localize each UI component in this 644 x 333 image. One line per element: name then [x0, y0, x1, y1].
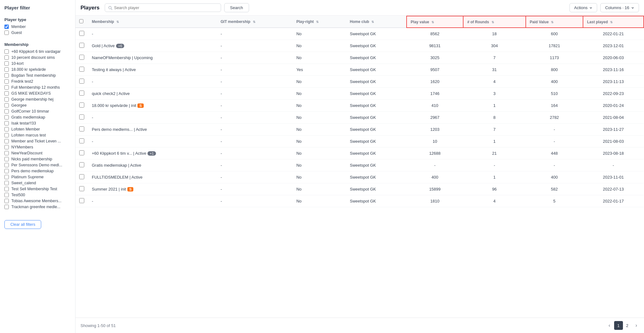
membership-checkbox[interactable] [4, 91, 9, 96]
membership-checkbox[interactable] [4, 157, 9, 161]
membership-item[interactable]: Test500 [4, 193, 71, 197]
membership-checkbox[interactable] [4, 97, 9, 102]
membership-item[interactable]: Full Membership 12 months [4, 85, 71, 90]
row-checkbox[interactable] [79, 114, 84, 119]
cell-paid-value: 2782 [526, 112, 583, 124]
next-page-button[interactable]: › [634, 322, 639, 329]
player-type-heading: Player type [4, 17, 71, 22]
columns-button[interactable]: Columns · 16 [600, 3, 639, 12]
column-header-paid_value[interactable]: Paid Value ⇅ [526, 16, 583, 28]
row-checkbox[interactable] [79, 55, 84, 60]
membership-checkbox[interactable] [4, 181, 9, 185]
membership-checkbox[interactable] [4, 55, 9, 60]
membership-item[interactable]: Sweet_calend [4, 181, 71, 185]
row-checkbox[interactable] [79, 150, 84, 155]
membership-item[interactable]: GolfCorner 10 timmar [4, 109, 71, 114]
player-type-checkbox[interactable] [4, 25, 9, 29]
membership-checkbox[interactable] [4, 85, 9, 90]
row-checkbox[interactable] [79, 186, 84, 191]
membership-item[interactable]: Fredrik test2 [4, 79, 71, 84]
membership-checkbox[interactable] [4, 151, 9, 155]
player-type-item[interactable]: Member [4, 25, 71, 29]
column-header-membership[interactable]: Membership ⇅ [88, 16, 217, 28]
membership-item[interactable]: Gratis medlemskap [4, 115, 71, 119]
page-number-2[interactable]: 2 [623, 321, 632, 330]
membership-item[interactable]: George membership hej [4, 97, 71, 102]
membership-item[interactable]: GS MIKE WEEKDAYS [4, 91, 71, 96]
membership-item[interactable]: Trackman greenfee medle... [4, 205, 71, 209]
row-checkbox[interactable] [79, 67, 84, 72]
membership-item[interactable]: Lofoten marcus test [4, 133, 71, 137]
membership-checkbox[interactable] [4, 73, 9, 78]
page-number-1[interactable]: 1 [614, 321, 623, 330]
clear-filters-button[interactable]: Clear all filters [4, 220, 41, 229]
search-input[interactable] [114, 5, 218, 10]
membership-checkbox[interactable] [4, 67, 9, 72]
column-header-home_club[interactable]: Home club ⇅ [346, 16, 407, 28]
membership-item[interactable]: Member and Ticket Leven ... [4, 139, 71, 143]
cell-last-played: 2020-01-24 [583, 100, 644, 112]
membership-item[interactable]: 18.000 kr spelvärde [4, 67, 71, 72]
sort-icon: ⇅ [431, 20, 434, 24]
membership-checkbox[interactable] [4, 139, 9, 143]
membership-checkbox[interactable] [4, 49, 9, 54]
sort-icon: ⇅ [551, 20, 553, 24]
membership-checkbox[interactable] [4, 79, 9, 84]
column-header-play_value[interactable]: Play value ⇅ [407, 16, 463, 28]
row-checkbox[interactable] [79, 79, 84, 84]
membership-checkbox[interactable] [4, 103, 9, 108]
membership-label: Pers demo medlemskap [11, 169, 54, 173]
row-checkbox[interactable] [79, 31, 84, 36]
row-checkbox[interactable] [79, 174, 84, 179]
membership-item[interactable]: Platinum Supreme [4, 175, 71, 179]
membership-item[interactable]: Nicks paid membership [4, 157, 71, 161]
prev-page-button[interactable]: ‹ [607, 322, 612, 329]
row-checkbox[interactable] [79, 103, 84, 108]
membership-checkbox[interactable] [4, 193, 9, 197]
membership-checkbox[interactable] [4, 127, 9, 131]
membership-checkbox[interactable] [4, 163, 9, 167]
membership-checkbox[interactable] [4, 175, 9, 179]
membership-item[interactable]: Bogdan Test membership [4, 73, 71, 78]
column-header-play_right[interactable]: Play-right ⇅ [292, 16, 346, 28]
membership-item[interactable]: +60 Klippkort 6 tim vardagar [4, 49, 71, 54]
membership-item[interactable]: NYMembers [4, 145, 71, 149]
membership-checkbox[interactable] [4, 205, 9, 209]
membership-item[interactable]: Per Svenssons Demo medl... [4, 163, 71, 167]
cell-home-club: Sweetspot GK [346, 112, 407, 124]
membership-checkbox[interactable] [4, 115, 9, 119]
actions-button[interactable]: Actions [569, 3, 597, 12]
membership-checkbox[interactable] [4, 187, 9, 191]
row-checkbox[interactable] [79, 198, 84, 203]
column-header-git_membership[interactable]: GIT membership ⇅ [217, 16, 293, 28]
row-checkbox[interactable] [79, 162, 84, 167]
membership-checkbox[interactable] [4, 145, 9, 149]
player-type-item[interactable]: Guest [4, 31, 71, 35]
row-checkbox[interactable] [79, 91, 84, 96]
cell-paid-value: 600 [526, 28, 583, 40]
row-checkbox[interactable] [79, 43, 84, 48]
row-checkbox[interactable] [79, 126, 84, 131]
membership-item[interactable]: Pers demo medlemskap [4, 169, 71, 173]
membership-item[interactable]: 10-kort [4, 61, 71, 66]
membership-checkbox[interactable] [4, 121, 9, 125]
row-checkbox[interactable] [79, 138, 84, 143]
membership-item[interactable]: Test Sell Membership Test [4, 187, 71, 191]
membership-checkbox[interactable] [4, 61, 9, 66]
membership-item[interactable]: Lofoten Member [4, 127, 71, 131]
table-row: FULLTIDSMEDLEM | Active-NoSweetspot GK40… [75, 171, 644, 183]
player-type-checkbox[interactable] [4, 31, 9, 35]
membership-checkbox[interactable] [4, 133, 9, 137]
membership-item[interactable]: Tobias Awesome Members... [4, 199, 71, 203]
membership-checkbox[interactable] [4, 109, 9, 114]
search-button[interactable]: Search [224, 3, 249, 12]
membership-item[interactable]: Isak testar!!33 [4, 121, 71, 125]
membership-item[interactable]: 10 percent discount sims [4, 55, 71, 60]
column-header-last_played[interactable]: Last played ⇅ [583, 16, 644, 28]
membership-item[interactable]: NewYearDiscount [4, 151, 71, 155]
membership-item[interactable]: Georgee [4, 103, 71, 108]
membership-checkbox[interactable] [4, 199, 9, 203]
column-header-num_rounds[interactable]: # of Rounds ⇅ [463, 16, 526, 28]
membership-checkbox[interactable] [4, 169, 9, 173]
select-all-checkbox[interactable] [79, 19, 83, 23]
